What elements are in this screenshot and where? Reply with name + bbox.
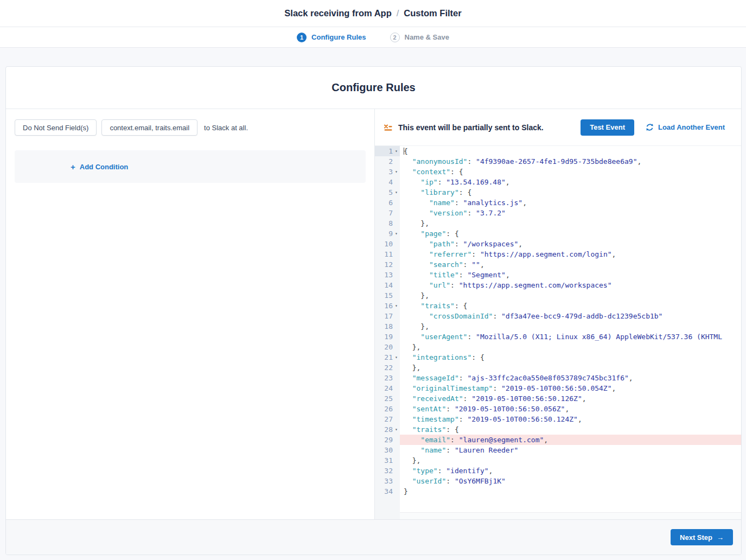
line-number: 15 — [375, 290, 393, 301]
gutter-cell: 19 — [375, 332, 400, 342]
code-line: 25 "receivedAt": "2019-05-10T00:56:50.12… — [375, 393, 741, 404]
fold-icon[interactable]: ▾ — [393, 424, 400, 435]
gutter-cell: 29 — [375, 435, 400, 445]
plus-icon: + — [71, 162, 75, 171]
line-number: 27 — [375, 414, 393, 424]
gutter-cell: 17 — [375, 311, 400, 321]
line-number: 16 — [375, 301, 393, 311]
step-1-label: Configure Rules — [311, 33, 366, 41]
code-line: 34} — [375, 486, 741, 497]
gutter-cell: 30 — [375, 445, 400, 455]
fold-icon[interactable]: ▾ — [393, 167, 400, 177]
line-number: 3 — [375, 167, 393, 177]
code-line: 10 "path": "/workspaces", — [375, 239, 741, 249]
app-root: Slack receiving from App / Custom Filter… — [0, 0, 746, 48]
gutter-cell: 34 — [375, 486, 400, 497]
line-number: 31 — [375, 455, 393, 466]
code-text: "userId": "OsY6MFBj1K" — [400, 476, 741, 486]
add-condition-label: Add Condition — [80, 163, 129, 171]
code-line: 4 "ip": "13.54.169.48", — [375, 177, 741, 187]
gutter-cell: 20 — [375, 342, 400, 352]
code-text: "receivedAt": "2019-05-10T00:56:50.126Z"… — [400, 393, 741, 404]
gutter-cell: 12 — [375, 259, 400, 270]
add-condition-box: + Add Condition — [15, 150, 366, 183]
rule-builder-panel: Do Not Send Field(s) context.email, trai… — [6, 109, 375, 519]
configure-rules-card: Configure Rules Do Not Send Field(s) con… — [5, 66, 742, 555]
code-text: "ip": "13.54.169.48", — [400, 177, 741, 187]
code-text: "title": "Segment", — [400, 270, 741, 280]
fields-selector-button[interactable]: context.email, traits.email — [101, 119, 197, 136]
code-text: }, — [400, 218, 741, 228]
load-another-event-button[interactable]: Load Another Event — [646, 123, 725, 131]
step-name-save[interactable]: 2 Name & Save — [390, 33, 449, 42]
code-text: "context": { — [400, 167, 741, 177]
line-number: 2 — [375, 156, 393, 167]
page-header: Slack receiving from App / Custom Filter — [0, 0, 746, 27]
code-line: 1▾{ — [375, 146, 741, 156]
test-event-button[interactable]: Test Event — [581, 119, 634, 136]
editor-horizontal-scrollbar[interactable] — [400, 512, 741, 519]
code-line: 26 "sentAt": "2019-05-10T00:56:50.056Z", — [375, 404, 741, 414]
gutter-cell: 16▾ — [375, 301, 400, 311]
fold-icon[interactable]: ▾ — [393, 301, 400, 311]
code-line: 13 "title": "Segment", — [375, 270, 741, 280]
card-footer: Next Step → — [6, 519, 741, 555]
line-number: 26 — [375, 404, 393, 414]
code-text: "name": "Lauren Reeder" — [400, 445, 741, 455]
gutter-cell: 7 — [375, 208, 400, 218]
load-another-event-label: Load Another Event — [658, 123, 725, 131]
code-text: "referrer": "https://app.segment.com/log… — [400, 249, 741, 259]
code-text: "userAgent": "Mozilla/5.0 (X11; Linux x8… — [400, 332, 741, 342]
rule-suffix-text: to Slack at all. — [204, 124, 248, 132]
gutter-cell: 23 — [375, 373, 400, 383]
code-line: 3▾ "context": { — [375, 167, 741, 177]
code-line: 5▾ "library": { — [375, 187, 741, 198]
event-preview-header: This event will be partially sent to Sla… — [375, 109, 741, 146]
line-number: 28 — [375, 424, 393, 435]
gutter-cell: 22 — [375, 362, 400, 373]
code-text: "traits": { — [400, 424, 741, 435]
next-step-button[interactable]: Next Step → — [671, 529, 733, 545]
fold-icon[interactable]: ▾ — [393, 228, 400, 239]
code-text: "sentAt": "2019-05-10T00:56:50.056Z", — [400, 404, 741, 414]
stepper: 1 Configure Rules 2 Name & Save — [0, 27, 746, 48]
fold-icon[interactable]: ▾ — [393, 146, 400, 156]
gutter-cell: 15 — [375, 290, 400, 301]
line-number: 21 — [375, 352, 393, 362]
json-editor-lines: 1▾{2 "anonymousId": "4f9390ae-2657-4fe1-… — [375, 146, 741, 497]
partial-send-icon — [384, 123, 393, 132]
code-line: 17 "crossDomainId": "df3a47ee-bcc9-479d-… — [375, 311, 741, 321]
gutter-cell: 1▾ — [375, 146, 400, 156]
code-line: 27 "timestamp": "2019-05-10T00:56:50.124… — [375, 414, 741, 424]
code-text: "path": "/workspaces", — [400, 239, 741, 249]
code-line: 6 "name": "analytics.js", — [375, 198, 741, 208]
line-number: 22 — [375, 362, 393, 373]
json-editor[interactable]: 1▾{2 "anonymousId": "4f9390ae-2657-4fe1-… — [375, 146, 741, 519]
line-number: 20 — [375, 342, 393, 352]
fold-icon[interactable]: ▾ — [393, 352, 400, 362]
action-selector-button[interactable]: Do Not Send Field(s) — [15, 119, 97, 136]
code-text: "messageId": "ajs-33ffc2ac0a550e8f053789… — [400, 373, 741, 383]
card-body: Do Not Send Field(s) context.email, trai… — [6, 109, 741, 519]
add-condition-button[interactable]: + Add Condition — [71, 162, 128, 171]
gutter-cell: 2 — [375, 156, 400, 167]
line-number: 13 — [375, 270, 393, 280]
line-number: 23 — [375, 373, 393, 383]
code-text: "search": "", — [400, 259, 741, 270]
line-number: 8 — [375, 218, 393, 228]
code-line: 23 "messageId": "ajs-33ffc2ac0a550e8f053… — [375, 373, 741, 383]
code-text: } — [400, 486, 741, 497]
step-configure-rules[interactable]: 1 Configure Rules — [297, 33, 366, 42]
code-text: "integrations": { — [400, 352, 741, 362]
event-status-text: This event will be partially sent to Sla… — [398, 123, 544, 132]
line-number: 32 — [375, 466, 393, 476]
event-preview-panel: This event will be partially sent to Sla… — [375, 109, 741, 519]
line-number: 6 — [375, 198, 393, 208]
step-1-badge: 1 — [297, 33, 307, 42]
line-number: 34 — [375, 486, 393, 497]
code-text: "type": "identify", — [400, 466, 741, 476]
code-line: 20 }, — [375, 342, 741, 352]
breadcrumb-destination: Slack receiving from App — [284, 8, 391, 18]
code-text: }, — [400, 455, 741, 466]
fold-icon[interactable]: ▾ — [393, 187, 400, 198]
